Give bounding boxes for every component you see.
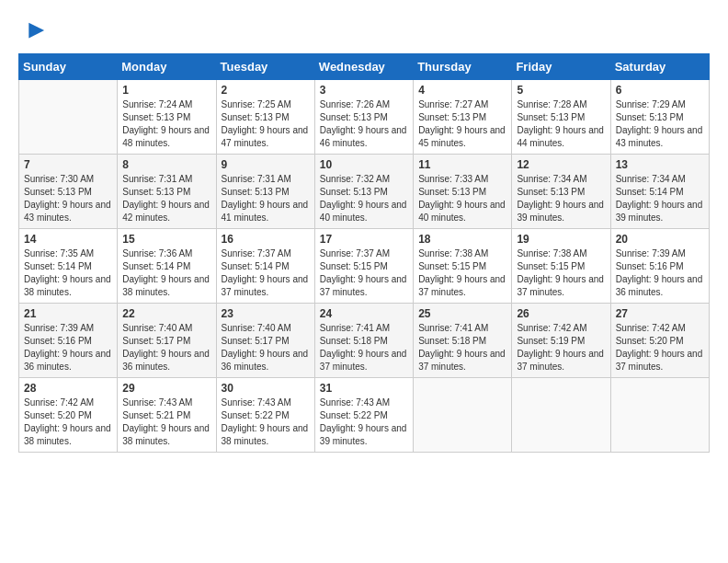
calendar-cell: 15Sunrise: 7:36 AMSunset: 5:14 PMDayligh… <box>118 229 216 304</box>
calendar-cell: 21Sunrise: 7:39 AMSunset: 5:16 PMDayligh… <box>19 304 118 378</box>
day-info: Sunrise: 7:30 AMSunset: 5:13 PMDaylight:… <box>24 173 112 224</box>
calendar-cell: 25Sunrise: 7:41 AMSunset: 5:18 PMDayligh… <box>414 304 512 378</box>
calendar-cell: 11Sunrise: 7:33 AMSunset: 5:13 PMDayligh… <box>414 155 512 229</box>
calendar-cell: 28Sunrise: 7:42 AMSunset: 5:20 PMDayligh… <box>19 378 118 453</box>
calendar-cell: 26Sunrise: 7:42 AMSunset: 5:19 PMDayligh… <box>512 304 610 378</box>
day-info: Sunrise: 7:38 AMSunset: 5:15 PMDaylight:… <box>517 247 605 299</box>
day-number: 23 <box>222 307 310 320</box>
calendar-cell <box>414 378 512 453</box>
day-number: 2 <box>222 84 310 97</box>
day-number: 27 <box>616 307 704 320</box>
day-number: 20 <box>616 233 704 246</box>
calendar-week-row: 7Sunrise: 7:30 AMSunset: 5:13 PMDaylight… <box>19 155 710 229</box>
day-info: Sunrise: 7:43 AMSunset: 5:22 PMDaylight:… <box>320 396 408 448</box>
day-number: 19 <box>517 233 605 246</box>
day-number: 1 <box>122 84 210 97</box>
calendar-cell: 31Sunrise: 7:43 AMSunset: 5:22 PMDayligh… <box>314 378 413 453</box>
day-number: 9 <box>222 158 310 171</box>
weekday-header-tuesday: Tuesday <box>216 54 314 80</box>
calendar-cell: 20Sunrise: 7:39 AMSunset: 5:16 PMDayligh… <box>610 229 709 304</box>
calendar-cell: 16Sunrise: 7:37 AMSunset: 5:14 PMDayligh… <box>216 229 314 304</box>
day-info: Sunrise: 7:42 AMSunset: 5:19 PMDaylight:… <box>517 322 605 373</box>
day-info: Sunrise: 7:28 AMSunset: 5:13 PMDaylight:… <box>517 98 605 150</box>
day-number: 13 <box>616 158 704 171</box>
day-number: 30 <box>222 382 310 395</box>
day-number: 8 <box>122 158 210 171</box>
day-number: 4 <box>418 84 506 97</box>
day-info: Sunrise: 7:24 AMSunset: 5:13 PMDaylight:… <box>122 98 210 150</box>
calendar-week-row: 28Sunrise: 7:42 AMSunset: 5:20 PMDayligh… <box>19 378 710 453</box>
calendar-cell: 29Sunrise: 7:43 AMSunset: 5:21 PMDayligh… <box>118 378 216 453</box>
calendar-table: SundayMondayTuesdayWednesdayThursdayFrid… <box>18 53 710 453</box>
calendar-week-row: 1Sunrise: 7:24 AMSunset: 5:13 PMDaylight… <box>19 80 710 155</box>
calendar-cell: 1Sunrise: 7:24 AMSunset: 5:13 PMDaylight… <box>118 80 216 155</box>
day-number: 17 <box>320 233 408 246</box>
day-info: Sunrise: 7:43 AMSunset: 5:21 PMDaylight:… <box>122 396 210 448</box>
day-info: Sunrise: 7:25 AMSunset: 5:13 PMDaylight:… <box>222 98 310 150</box>
calendar-cell: 27Sunrise: 7:42 AMSunset: 5:20 PMDayligh… <box>610 304 709 378</box>
day-number: 5 <box>517 84 605 97</box>
day-number: 15 <box>122 233 210 246</box>
calendar-cell: 7Sunrise: 7:30 AMSunset: 5:13 PMDaylight… <box>19 155 118 229</box>
calendar-week-row: 21Sunrise: 7:39 AMSunset: 5:16 PMDayligh… <box>19 304 710 378</box>
weekday-header-sunday: Sunday <box>19 54 118 80</box>
day-number: 7 <box>24 158 112 171</box>
day-number: 31 <box>320 382 408 395</box>
day-info: Sunrise: 7:42 AMSunset: 5:20 PMDaylight:… <box>24 396 112 448</box>
calendar-cell: 6Sunrise: 7:29 AMSunset: 5:13 PMDaylight… <box>610 80 709 155</box>
day-info: Sunrise: 7:27 AMSunset: 5:13 PMDaylight:… <box>418 98 506 150</box>
weekday-header-wednesday: Wednesday <box>314 54 413 80</box>
day-number: 11 <box>418 158 506 171</box>
calendar-cell: 5Sunrise: 7:28 AMSunset: 5:13 PMDaylight… <box>512 80 610 155</box>
calendar-cell: 18Sunrise: 7:38 AMSunset: 5:15 PMDayligh… <box>414 229 512 304</box>
weekday-header-thursday: Thursday <box>414 54 512 80</box>
day-info: Sunrise: 7:34 AMSunset: 5:14 PMDaylight:… <box>616 173 704 224</box>
day-info: Sunrise: 7:36 AMSunset: 5:14 PMDaylight:… <box>122 247 210 299</box>
day-info: Sunrise: 7:40 AMSunset: 5:17 PMDaylight:… <box>222 322 310 373</box>
weekday-header-row: SundayMondayTuesdayWednesdayThursdayFrid… <box>19 54 710 80</box>
calendar-cell: 2Sunrise: 7:25 AMSunset: 5:13 PMDaylight… <box>216 80 314 155</box>
day-number: 29 <box>122 382 210 395</box>
calendar-cell: 24Sunrise: 7:41 AMSunset: 5:18 PMDayligh… <box>314 304 413 378</box>
calendar-cell: 12Sunrise: 7:34 AMSunset: 5:13 PMDayligh… <box>512 155 610 229</box>
day-info: Sunrise: 7:41 AMSunset: 5:18 PMDaylight:… <box>418 322 506 373</box>
calendar-cell: 30Sunrise: 7:43 AMSunset: 5:22 PMDayligh… <box>216 378 314 453</box>
calendar-week-row: 14Sunrise: 7:35 AMSunset: 5:14 PMDayligh… <box>19 229 710 304</box>
day-number: 3 <box>320 84 408 97</box>
day-number: 26 <box>517 307 605 320</box>
day-info: Sunrise: 7:37 AMSunset: 5:14 PMDaylight:… <box>222 247 310 299</box>
calendar-cell: 4Sunrise: 7:27 AMSunset: 5:13 PMDaylight… <box>414 80 512 155</box>
calendar-cell: 13Sunrise: 7:34 AMSunset: 5:14 PMDayligh… <box>610 155 709 229</box>
calendar-cell: 17Sunrise: 7:37 AMSunset: 5:15 PMDayligh… <box>314 229 413 304</box>
calendar-cell <box>19 80 118 155</box>
calendar-cell: 23Sunrise: 7:40 AMSunset: 5:17 PMDayligh… <box>216 304 314 378</box>
calendar-cell <box>610 378 709 453</box>
day-info: Sunrise: 7:39 AMSunset: 5:16 PMDaylight:… <box>616 247 704 299</box>
day-number: 10 <box>320 158 408 171</box>
day-info: Sunrise: 7:31 AMSunset: 5:13 PMDaylight:… <box>122 173 210 224</box>
day-info: Sunrise: 7:41 AMSunset: 5:18 PMDaylight:… <box>320 322 408 373</box>
svg-marker-0 <box>28 23 44 39</box>
weekday-header-saturday: Saturday <box>610 54 709 80</box>
day-info: Sunrise: 7:40 AMSunset: 5:17 PMDaylight:… <box>122 322 210 373</box>
weekday-header-friday: Friday <box>512 54 610 80</box>
day-info: Sunrise: 7:32 AMSunset: 5:13 PMDaylight:… <box>320 173 408 224</box>
calendar-cell: 3Sunrise: 7:26 AMSunset: 5:13 PMDaylight… <box>314 80 413 155</box>
day-info: Sunrise: 7:37 AMSunset: 5:15 PMDaylight:… <box>320 247 408 299</box>
day-info: Sunrise: 7:29 AMSunset: 5:13 PMDaylight:… <box>616 98 704 150</box>
weekday-header-monday: Monday <box>118 54 216 80</box>
day-number: 16 <box>222 233 310 246</box>
calendar-cell: 22Sunrise: 7:40 AMSunset: 5:17 PMDayligh… <box>118 304 216 378</box>
day-number: 28 <box>24 382 112 395</box>
day-info: Sunrise: 7:31 AMSunset: 5:13 PMDaylight:… <box>222 173 310 224</box>
page-header <box>18 18 710 44</box>
logo-icon <box>20 18 46 44</box>
day-info: Sunrise: 7:43 AMSunset: 5:22 PMDaylight:… <box>222 396 310 448</box>
day-number: 24 <box>320 307 408 320</box>
calendar-cell: 19Sunrise: 7:38 AMSunset: 5:15 PMDayligh… <box>512 229 610 304</box>
day-info: Sunrise: 7:42 AMSunset: 5:20 PMDaylight:… <box>616 322 704 373</box>
day-number: 6 <box>616 84 704 97</box>
day-number: 12 <box>517 158 605 171</box>
calendar-cell: 9Sunrise: 7:31 AMSunset: 5:13 PMDaylight… <box>216 155 314 229</box>
day-number: 22 <box>122 307 210 320</box>
